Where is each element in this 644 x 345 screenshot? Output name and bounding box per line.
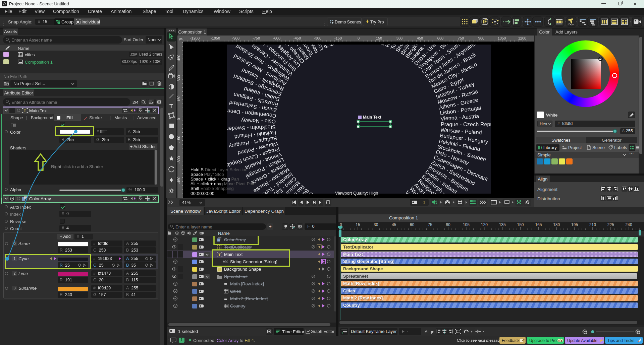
svg-text:60: 60: [410, 222, 415, 227]
svg-text:Shift Enable Snapping: Shift Enable Snapping: [191, 186, 234, 191]
svg-text:-150: -150: [334, 36, 342, 40]
svg-text:30: 30: [374, 222, 378, 227]
svg-text:-150: -150: [177, 136, 181, 143]
svg-text:180: 180: [553, 222, 560, 227]
svg-text:300: 300: [177, 75, 181, 81]
svg-text:Math 2 [Row Index]: Math 2 [Row Index]: [230, 296, 268, 301]
svg-text:Space + click + drag Pan: Space + click + drag Pan: [191, 177, 239, 182]
svg-text:Math [Row Index]: Math [Row Index]: [230, 281, 264, 286]
svg-text:300: 300: [396, 36, 402, 40]
svg-text:450: 450: [417, 36, 423, 40]
svg-text:Viewport Quality: High: Viewport Quality: High: [335, 191, 378, 196]
svg-text:-300: -300: [177, 156, 181, 163]
svg-text:Background Shape: Background Shape: [224, 267, 261, 272]
svg-text:Space Play/ Stop: Space Play/ Stop: [191, 172, 224, 177]
svg-text:Cities: Cities: [230, 289, 241, 294]
svg-text:00:00:00:00: 00:00:00:00: [191, 191, 214, 196]
svg-text:45: 45: [392, 222, 396, 227]
svg-text:-450: -450: [293, 36, 301, 40]
svg-text:Prague - Czech Republic: Prague - Czech Republic: [441, 121, 501, 127]
svg-text:-600: -600: [273, 36, 280, 40]
svg-text:Color Array: Color Array: [224, 237, 246, 242]
svg-text:T: T: [169, 103, 173, 110]
svg-text:Miami - United States: Miami - United States: [348, 36, 357, 42]
svg-text:150: 150: [517, 222, 524, 227]
svg-text:Beijing - China: Beijing - China: [349, 36, 357, 42]
svg-text:165: 165: [535, 222, 542, 227]
svg-text:-1200: -1200: [190, 36, 200, 40]
svg-text:75: 75: [428, 222, 433, 227]
svg-text:195: 195: [571, 222, 578, 227]
svg-text:TextDuplicator: TextDuplicator: [224, 245, 252, 250]
svg-text:900: 900: [478, 36, 484, 40]
svg-text:90: 90: [446, 222, 450, 227]
svg-text:0: 0: [177, 118, 181, 120]
svg-text:abc: abc: [223, 260, 228, 263]
svg-text:240: 240: [626, 222, 632, 227]
svg-text:Main Text: Main Text: [224, 252, 243, 257]
svg-text:225: 225: [607, 222, 614, 227]
svg-text:-450: -450: [177, 177, 181, 184]
svg-text:0: 0: [423, 200, 425, 205]
svg-text:750: 750: [458, 36, 464, 40]
svg-text:450: 450: [177, 55, 181, 61]
svg-text:T: T: [218, 253, 221, 257]
svg-text:120: 120: [481, 222, 488, 227]
svg-text:15: 15: [356, 222, 360, 227]
svg-text:T: T: [24, 109, 26, 113]
svg-text:600: 600: [437, 36, 443, 40]
svg-text:-1050: -1050: [211, 36, 220, 40]
svg-text:0: 0: [358, 36, 360, 40]
svg-text:Country: Country: [230, 303, 246, 308]
svg-text:210: 210: [589, 222, 596, 227]
svg-text:1200: 1200: [518, 36, 526, 40]
svg-text:150: 150: [177, 95, 181, 101]
svg-text:Hold S Direct Layer Selection: Hold S Direct Layer Selection: [191, 167, 248, 172]
svg-text:-300: -300: [314, 36, 321, 40]
svg-text:105: 105: [463, 222, 470, 227]
svg-text:Spreatsheet: Spreatsheet: [224, 274, 248, 279]
svg-text:Main Text: Main Text: [363, 115, 381, 120]
svg-text:-900: -900: [232, 36, 239, 40]
svg-text:1050: 1050: [498, 36, 506, 40]
svg-text:150: 150: [376, 36, 382, 40]
svg-text:Alt + click + drag Move Pivot: Alt + click + drag Move Pivot Point: [191, 181, 257, 186]
svg-text:135: 135: [499, 222, 506, 227]
svg-text:-750: -750: [253, 36, 260, 40]
svg-text:String Generator [String]: String Generator [String]: [230, 259, 277, 264]
